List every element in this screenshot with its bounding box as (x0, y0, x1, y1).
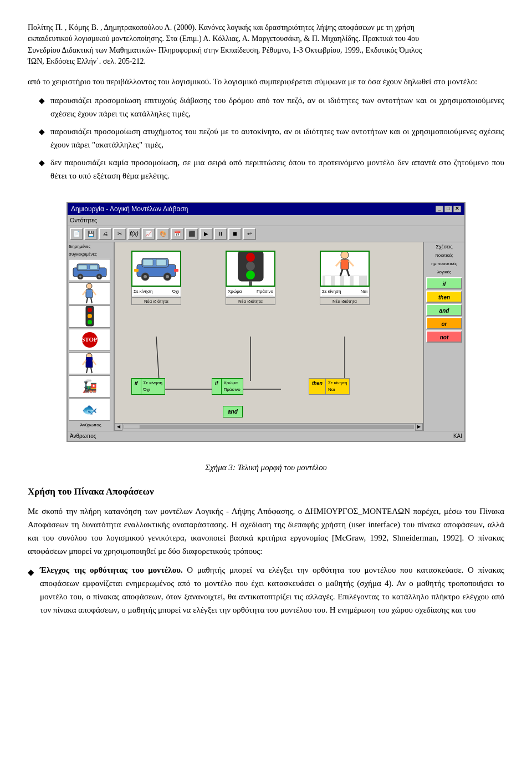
figure-left-panel: διηρημένες συγκεκριμένες (68, 242, 115, 431)
node-person-svg (323, 251, 367, 287)
toolbar-btn-11[interactable]: ⏸ (214, 228, 227, 240)
svg-rect-3 (90, 265, 98, 269)
svg-rect-42 (335, 276, 340, 286)
toolbar-btn-1[interactable]: 📄 (70, 228, 83, 240)
svg-point-31 (144, 275, 147, 278)
toolbar-btn-9[interactable]: ⬛ (185, 228, 198, 240)
figure-main-canvas: Σε κίνηση Όχι Νέα ιδιότητα (115, 242, 423, 431)
toolbar-btn-7[interactable]: 🎨 (156, 228, 170, 240)
figure-caption: Σχήμα 3: Τελική μορφή του μοντέλου (28, 461, 504, 474)
not-button[interactable]: not (426, 330, 462, 343)
svg-rect-2 (78, 265, 87, 269)
svg-point-6 (79, 276, 81, 278)
left-item-train[interactable]: 🚂 (69, 375, 110, 398)
left-item-traffic-light[interactable] (69, 305, 110, 328)
node-traffic-svg (236, 251, 266, 287)
toolbar-btn-13[interactable]: ↩ (243, 228, 256, 240)
then-label: then (309, 378, 326, 395)
if-button[interactable]: if (426, 277, 462, 289)
bullet-diamond-1: ◆ (39, 95, 45, 107)
node-traffic-fields: Χρώμα Πράσινο (226, 287, 275, 297)
svg-point-16 (88, 314, 92, 318)
toolbar-btn-12[interactable]: ⏹ (228, 228, 242, 240)
bullet-diamond-3: ◆ (39, 157, 45, 169)
toolbar-btn-2[interactable]: 💾 (84, 228, 98, 240)
svg-line-23 (86, 368, 88, 373)
left-item-car[interactable] (69, 259, 110, 281)
svg-rect-33 (134, 269, 139, 272)
scroll-left-button[interactable]: ◀ (115, 423, 122, 431)
bullet-list: ◆ παρουσιάζει προσομοίωση επιτυχούς διάβ… (39, 94, 504, 182)
svg-rect-19 (86, 359, 93, 368)
if-condition-2: if Χρώμα Πράσινο (212, 378, 243, 395)
bullet-diamond-2: ◆ (39, 126, 45, 138)
menu-item-ontotites[interactable]: Οντότητες (70, 217, 97, 223)
node-person-image (320, 251, 370, 287)
header-line-3: Συνεδρίου Διδακτική των Μαθηματικών- Πλη… (28, 45, 504, 56)
right-panel-sub1: ποιοτικές (425, 252, 463, 259)
node-traffic-button[interactable]: Νέα ιδιότητα (226, 297, 275, 305)
svg-line-50 (347, 269, 349, 276)
bullet-text-1: παρουσιάζει προσομοίωση επιτυχούς διάβασ… (50, 94, 504, 120)
bullet-text-2: παρουσιάζει προσομοίωση ατυχήματος του π… (50, 125, 504, 151)
node-traffic-field1: Χρώμα Πράσινο (228, 288, 273, 296)
svg-line-13 (91, 298, 92, 303)
if-content-1: Σε κίνηση Όχι (141, 378, 165, 395)
figure-window: Δημιουργία - Λογική Μοντέλων Διάβαση _ □… (66, 202, 466, 442)
if-label-2: if (212, 378, 222, 395)
right-panel-sub2: ημιποσοτικές (425, 261, 463, 267)
status-left: Άνθρωπος (70, 432, 96, 440)
toolbar-btn-5[interactable]: f(x) (127, 228, 141, 240)
svg-line-48 (349, 261, 354, 266)
node-traffic-image (226, 251, 275, 287)
svg-rect-41 (325, 276, 331, 286)
toolbar-btn-4[interactable]: ✂ (113, 228, 126, 240)
list-item: ◆ δεν παρουσιάζει καμία προσομοίωση, σε … (39, 156, 504, 182)
svg-point-37 (246, 262, 255, 271)
minimize-button[interactable]: _ (436, 206, 443, 212)
toolbar-btn-6[interactable]: 📈 (142, 228, 155, 240)
toolbar-btn-8[interactable]: 📅 (171, 228, 184, 240)
svg-point-32 (166, 275, 169, 278)
svg-point-38 (246, 271, 255, 279)
svg-line-24 (91, 368, 92, 373)
left-label-2: συγκεκριμένες (69, 251, 112, 258)
close-button[interactable]: ✕ (453, 206, 461, 212)
svg-rect-44 (354, 276, 359, 286)
node-car-button[interactable]: Νέα ιδιότητα (131, 297, 181, 305)
status-right: ΚΑΙ (453, 432, 462, 440)
left-item-fish[interactable]: 🐟 (69, 399, 110, 421)
figure-toolbar: 📄 💾 🖨 ✂ f(x) 📈 🎨 📅 ⬛ ▶ ⏸ ⏹ ↩ (68, 226, 464, 242)
toolbar-btn-3[interactable]: 🖨 (99, 228, 112, 240)
scroll-right-button[interactable]: ▶ (415, 423, 423, 431)
left-label-1: διηρημένες (69, 243, 112, 250)
svg-line-10 (83, 291, 86, 295)
scroll-thumb[interactable] (124, 425, 140, 429)
left-item-stop[interactable]: STOP (69, 329, 110, 351)
window-buttons[interactable]: _ □ ✕ (436, 206, 461, 212)
left-item-police[interactable] (69, 352, 110, 374)
svg-rect-43 (344, 276, 350, 286)
svg-point-36 (246, 253, 255, 262)
svg-line-49 (340, 269, 342, 276)
svg-point-45 (341, 251, 349, 259)
node-car-svg (134, 253, 178, 284)
left-item-person[interactable] (69, 282, 110, 304)
bold-term-1: Έλεγχος της ορθότητας του μοντέλου. (40, 566, 183, 574)
node-person-field1: Σε κίνηση Ναι (322, 288, 367, 296)
maximize-button[interactable]: □ (444, 206, 452, 212)
bottom-diamond-1: ◆ (28, 566, 34, 579)
svg-rect-34 (174, 269, 178, 272)
or-button[interactable]: or (426, 317, 462, 329)
svg-line-12 (86, 298, 88, 303)
horizontal-scrollbar[interactable]: ◀ ▶ (115, 423, 423, 431)
and-button[interactable]: and (426, 304, 462, 316)
fish-icon: 🐟 (82, 400, 97, 419)
if-condition-1: if Σε κίνηση Όχι (131, 378, 165, 395)
toolbar-btn-10[interactable]: ▶ (200, 228, 213, 240)
left-bottom-label: Άνθρωπος (69, 422, 112, 429)
then-button[interactable]: then (426, 291, 462, 303)
node-car-fields: Σε κίνηση Όχι (131, 287, 181, 297)
node-person-button[interactable]: Νέα ιδιότητα (320, 297, 370, 305)
right-panel-sub3: λογικές (425, 269, 463, 276)
